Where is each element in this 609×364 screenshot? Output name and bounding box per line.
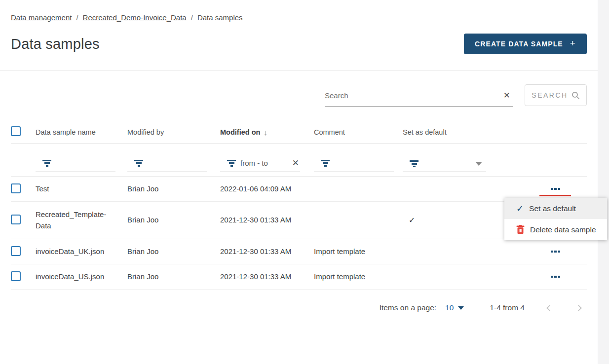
search-bar: ✕ SEARCH xyxy=(0,71,598,107)
filter-icon[interactable] xyxy=(134,160,143,167)
table-row: Recreated_Template-Data Brian Joo 2021-1… xyxy=(11,202,587,239)
breadcrumb-separator: / xyxy=(76,13,78,22)
filter-name xyxy=(36,159,115,172)
search-icon xyxy=(571,91,580,100)
filter-modified-by xyxy=(127,159,207,172)
row-actions-button[interactable] xyxy=(546,185,566,193)
table-row: Test Brian Joo 2022-01-06 04:09 AM xyxy=(11,177,587,202)
filter-modified-by-input[interactable] xyxy=(148,159,187,167)
chevron-right-icon xyxy=(575,305,582,311)
cell-modified-on: 2021-12-30 01:33 AM xyxy=(220,215,314,226)
search-input[interactable] xyxy=(325,91,500,100)
column-header-set-as-default[interactable]: Set as default xyxy=(403,128,496,136)
cell-name: invoiceData_UK.json xyxy=(36,246,127,257)
cell-name: invoiceData_US.json xyxy=(36,271,127,283)
search-button[interactable]: SEARCH xyxy=(525,84,587,106)
check-icon: ✓ xyxy=(516,203,524,214)
items-per-page-label: Items on a page: xyxy=(380,303,436,312)
row-actions-button[interactable] xyxy=(546,273,566,281)
sort-desc-icon[interactable]: ↓ xyxy=(264,128,267,137)
filter-name-input[interactable] xyxy=(56,159,95,167)
filter-icon[interactable] xyxy=(410,160,419,167)
chevron-down-icon[interactable] xyxy=(475,162,482,166)
cell-modified-by: Brian Joo xyxy=(127,215,220,226)
cell-modified-by: Brian Joo xyxy=(127,271,220,283)
more-actions-icon xyxy=(551,276,561,278)
scrollbar-track[interactable] xyxy=(598,0,609,364)
search-field: ✕ xyxy=(325,84,513,107)
data-samples-table: Data sample name Modified by Modified on… xyxy=(11,121,587,290)
plus-icon: + xyxy=(570,38,576,49)
chevron-down-icon xyxy=(458,306,464,310)
trash-icon xyxy=(516,225,525,234)
more-actions-icon xyxy=(551,251,561,253)
search-button-label: SEARCH xyxy=(532,91,568,99)
row-checkbox[interactable] xyxy=(11,271,21,281)
cell-modified-on: 2022-01-06 04:09 AM xyxy=(220,183,314,195)
menu-item-label: Delete data sample xyxy=(530,225,596,234)
filter-date-range-input[interactable] xyxy=(240,159,280,167)
search-clear-icon[interactable]: ✕ xyxy=(500,89,513,102)
page-size-value: 10 xyxy=(445,303,454,312)
cell-comment: Import template xyxy=(314,271,403,283)
table-filter-row: ✕ xyxy=(11,144,587,177)
more-actions-icon xyxy=(551,188,561,190)
cell-name: Test xyxy=(36,183,127,195)
row-checkbox[interactable] xyxy=(11,215,21,224)
row-actions-button[interactable] xyxy=(546,248,566,256)
cell-comment: Import template xyxy=(314,246,403,257)
column-header-modified-on[interactable]: Modified on ↓ xyxy=(220,128,314,137)
menu-item-label: Set as default xyxy=(529,204,576,213)
breadcrumb-separator: / xyxy=(191,13,193,22)
breadcrumb-link-data-management[interactable]: Data management xyxy=(11,13,72,22)
default-check-icon: ✓ xyxy=(403,215,496,226)
cell-modified-by: Brian Joo xyxy=(127,183,220,195)
table-header-row: Data sample name Modified by Modified on… xyxy=(11,121,587,144)
create-data-sample-button[interactable]: CREATE DATA SAMPLE + xyxy=(464,34,587,54)
breadcrumb: Data management / Recreated_Demo-Invoice… xyxy=(11,13,587,22)
breadcrumb-current: Data samples xyxy=(197,13,243,22)
row-checkbox[interactable] xyxy=(11,246,21,256)
menu-item-delete-data-sample[interactable]: Delete data sample xyxy=(504,219,607,240)
select-all-checkbox[interactable] xyxy=(11,126,21,136)
next-page-button[interactable] xyxy=(574,304,583,312)
filter-modified-on: ✕ xyxy=(220,159,300,172)
column-header-comment[interactable]: Comment xyxy=(314,128,403,136)
breadcrumb-link-recreated-demo-invoice-data[interactable]: Recreated_Demo-Invoice_Data xyxy=(83,13,187,22)
row-actions-context-menu: ✓ Set as default Delete data sample xyxy=(504,198,607,240)
filter-set-as-default[interactable] xyxy=(403,160,486,172)
page-title: Data samples xyxy=(11,36,100,52)
cell-modified-by: Brian Joo xyxy=(127,246,220,257)
filter-date-clear-icon[interactable]: ✕ xyxy=(289,157,302,169)
column-header-data-sample-name[interactable]: Data sample name xyxy=(36,128,127,136)
previous-page-button[interactable] xyxy=(545,304,554,312)
chevron-left-icon xyxy=(546,305,553,311)
cell-modified-on: 2021-12-30 01:33 AM xyxy=(220,271,314,283)
pagination-range: 1-4 from 4 xyxy=(490,303,525,312)
page-header: Data management / Recreated_Demo-Invoice… xyxy=(0,0,598,54)
page: Data management / Recreated_Demo-Invoice… xyxy=(0,0,598,312)
table-row: invoiceData_US.json Brian Joo 2021-12-30… xyxy=(11,264,587,290)
active-menu-indicator xyxy=(539,195,571,197)
filter-icon[interactable] xyxy=(227,160,236,167)
row-checkbox[interactable] xyxy=(11,183,21,193)
column-header-modified-by[interactable]: Modified by xyxy=(127,128,220,136)
filter-comment xyxy=(314,159,394,172)
filter-icon[interactable] xyxy=(42,160,51,167)
menu-item-set-as-default[interactable]: ✓ Set as default xyxy=(504,198,607,219)
filter-icon[interactable] xyxy=(321,160,330,167)
cell-name: Recreated_Template-Data xyxy=(36,209,127,231)
create-data-sample-label: CREATE DATA SAMPLE xyxy=(475,40,563,48)
pagination: Items on a page: 10 1-4 from 4 xyxy=(0,290,598,312)
cell-modified-on: 2021-12-30 01:33 AM xyxy=(220,246,314,257)
table-row: invoiceData_UK.json Brian Joo 2021-12-30… xyxy=(11,239,587,264)
column-header-modified-on-label: Modified on xyxy=(220,128,260,136)
page-size-select[interactable]: 10 xyxy=(445,303,464,312)
filter-comment-input[interactable] xyxy=(334,159,374,167)
